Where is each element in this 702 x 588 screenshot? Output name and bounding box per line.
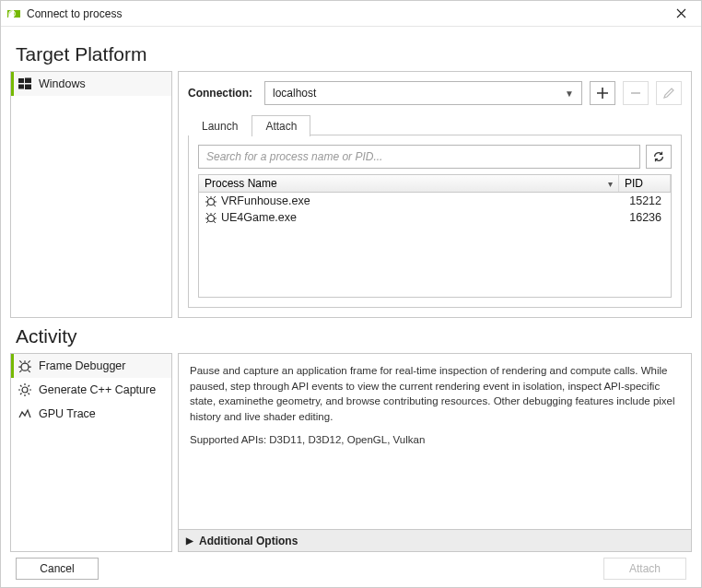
- svg-point-7: [208, 199, 215, 206]
- sidebar-item-windows[interactable]: Windows: [11, 72, 171, 96]
- trace-icon: [17, 406, 33, 421]
- target-main-panel: Connection: localhost ▼: [178, 71, 692, 318]
- svg-rect-6: [25, 85, 31, 90]
- activity-description: Pause and capture an application frame f…: [179, 354, 691, 529]
- tab-launch[interactable]: Launch: [188, 115, 252, 136]
- process-row[interactable]: VRFunhouse.exe 15212: [199, 193, 671, 209]
- process-table-header[interactable]: Process Name ▾ PID: [199, 175, 671, 193]
- cancel-button[interactable]: Cancel: [16, 558, 99, 580]
- additional-options-toggle[interactable]: ▶ Additional Options: [179, 529, 691, 551]
- process-row[interactable]: UE4Game.exe 16236: [199, 209, 671, 226]
- attach-button[interactable]: Attach: [603, 558, 686, 580]
- process-name: UE4Game.exe: [219, 211, 615, 224]
- sidebar-item-gpu-trace[interactable]: GPU Trace: [11, 402, 171, 426]
- activity-heading: Activity: [16, 325, 688, 347]
- process-pid: 16236: [615, 211, 667, 224]
- titlebar: Connect to process: [1, 1, 701, 27]
- bug-icon: [203, 211, 219, 224]
- remove-connection-button[interactable]: [623, 81, 649, 105]
- refresh-icon: [652, 150, 665, 163]
- svg-rect-4: [25, 78, 31, 84]
- sidebar-item-label: Generate C++ Capture: [39, 383, 156, 396]
- sort-indicator-icon: ▾: [608, 179, 613, 189]
- process-name: VRFunhouse.exe: [219, 194, 615, 207]
- svg-rect-3: [18, 78, 24, 83]
- svg-point-8: [208, 216, 215, 222]
- pencil-icon: [662, 87, 675, 100]
- sidebar-item-generate-cpp[interactable]: Generate C++ Capture: [11, 378, 171, 402]
- sidebar-item-label: Frame Debugger: [39, 359, 126, 372]
- process-pid: 15212: [615, 194, 667, 207]
- attach-tab-content: Process Name ▾ PID VRFunhouse.exe 15212: [188, 135, 682, 308]
- connection-value: localhost: [273, 87, 316, 100]
- sidebar-item-label: Windows: [39, 77, 86, 90]
- refresh-button[interactable]: [646, 145, 672, 169]
- column-pid: PID: [619, 175, 671, 192]
- plus-icon: [596, 87, 609, 100]
- connection-dropdown[interactable]: localhost ▼: [264, 81, 582, 105]
- bug-icon: [17, 359, 33, 373]
- connect-dialog: Connect to process Target Platform Windo…: [0, 0, 702, 588]
- process-search-input[interactable]: [198, 145, 640, 169]
- svg-rect-5: [18, 85, 24, 89]
- attach-launch-tabs: Launch Attach: [188, 114, 682, 135]
- dialog-footer: Cancel Attach: [10, 552, 692, 582]
- window-title: Connect to process: [27, 7, 122, 20]
- close-button[interactable]: [666, 1, 696, 26]
- minus-icon: [629, 87, 642, 100]
- add-connection-button[interactable]: [590, 81, 615, 105]
- edit-connection-button[interactable]: [656, 81, 682, 105]
- svg-point-10: [22, 387, 28, 393]
- close-icon: [676, 8, 686, 18]
- sidebar-item-frame-debugger[interactable]: Frame Debugger: [11, 354, 171, 378]
- chevron-down-icon: ▼: [565, 88, 574, 99]
- nvidia-logo-icon: [6, 6, 21, 21]
- activity-sidebar: Frame Debugger Generate C++ Capture GPU …: [10, 353, 172, 552]
- activity-main-panel: Pause and capture an application frame f…: [178, 353, 692, 552]
- windows-icon: [17, 76, 33, 91]
- tab-attach[interactable]: Attach: [252, 115, 310, 136]
- svg-point-9: [21, 363, 29, 370]
- process-table: Process Name ▾ PID VRFunhouse.exe 15212: [198, 174, 672, 298]
- target-sidebar: Windows: [10, 71, 172, 318]
- sidebar-item-label: GPU Trace: [39, 407, 96, 420]
- bug-icon: [203, 194, 219, 207]
- target-platform-heading: Target Platform: [16, 43, 688, 65]
- gear-icon: [17, 382, 33, 397]
- triangle-right-icon: ▶: [186, 535, 193, 546]
- connection-label: Connection:: [188, 87, 257, 100]
- column-process-name: Process Name ▾: [199, 175, 619, 192]
